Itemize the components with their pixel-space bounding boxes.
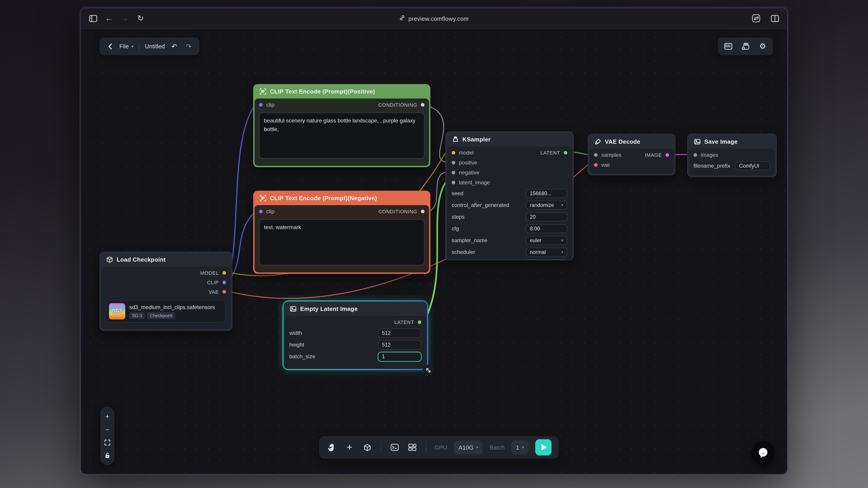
settings-gear-icon[interactable]: ⚙ — [758, 41, 768, 51]
negative-input-port[interactable] — [452, 171, 455, 174]
node-save-image[interactable]: Save Image images filename_prefix ComfyU… — [687, 134, 777, 177]
port-label: vae — [601, 162, 610, 168]
checkpoint-selector[interactable]: SD3 sd3_medium_incl_clips.safetensors SD… — [106, 300, 226, 323]
lock-icon[interactable] — [104, 452, 111, 459]
param-label: batch_size — [289, 353, 315, 360]
port-label: positive — [459, 160, 477, 166]
conditioning-output-port[interactable] — [421, 210, 425, 213]
sampler-name-select[interactable]: euler ▾ — [526, 236, 567, 245]
address-bar[interactable]: preview.comflowy.com — [81, 8, 787, 29]
run-button[interactable] — [535, 439, 552, 455]
node-canvas[interactable]: CLIP Text Encode (Prompt)(Positive) clip… — [81, 29, 786, 474]
divider — [139, 42, 140, 51]
node-empty-latent-image[interactable]: Empty Latent Image LATENT width 512 — [283, 301, 427, 369]
page-settings-icon[interactable] — [750, 12, 762, 24]
node-clip-text-encode-positive[interactable]: CLIP Text Encode (Prompt)(Positive) clip… — [253, 84, 430, 167]
reload-icon[interactable]: ↻ — [135, 12, 147, 24]
batch-select[interactable]: 1 ▾ — [511, 441, 528, 454]
undo-icon[interactable]: ↶ — [169, 41, 179, 51]
model-input-port[interactable] — [452, 151, 455, 155]
port-label: CONDITIONING — [378, 209, 417, 214]
width-input[interactable]: 512 — [378, 328, 421, 338]
back-icon[interactable]: ← — [103, 12, 115, 24]
document-title[interactable]: Untitled — [145, 43, 165, 50]
file-menu[interactable]: File — [119, 43, 129, 50]
scheduler-select[interactable]: normal ▾ — [526, 248, 567, 257]
steps-input[interactable]: 20 — [526, 213, 567, 221]
node-header[interactable]: Load Checkpoint — [101, 252, 230, 267]
negative-prompt-textarea[interactable]: text, watermark — [259, 219, 425, 265]
node-load-checkpoint[interactable]: Load Checkpoint MODEL CLIP VAE — [99, 252, 232, 331]
terminal-icon[interactable] — [389, 442, 400, 453]
chevron-down-icon: ▾ — [476, 445, 478, 450]
vae-input-port[interactable] — [594, 163, 598, 167]
run-queue-icon[interactable] — [741, 41, 750, 51]
node-header[interactable]: CLIP Text Encode (Prompt)(Negative) — [254, 191, 429, 205]
sidebar-toggle-icon[interactable] — [87, 12, 99, 24]
url-text: preview.comflowy.com — [408, 15, 469, 22]
batch-label: Batch — [490, 444, 505, 451]
port-label: images — [701, 152, 718, 158]
tag-sd3: SD 3 — [129, 312, 145, 319]
gpu-select[interactable]: A10G ▾ — [454, 441, 483, 454]
divider — [426, 442, 426, 453]
scan-text-icon — [259, 88, 266, 95]
chat-widget-button[interactable] — [751, 441, 775, 464]
control-after-generated-select[interactable]: randomize ▾ — [526, 201, 567, 210]
divider — [381, 442, 381, 453]
node-header[interactable]: CLIP Text Encode (Prompt)(Positive) — [254, 84, 429, 98]
clip-input-port[interactable] — [259, 103, 263, 107]
height-input[interactable]: 512 — [378, 340, 421, 350]
zoom-out-icon[interactable]: − — [104, 426, 111, 433]
sampler-icon — [452, 135, 459, 143]
param-label: filename_prefix — [693, 163, 730, 169]
redo-icon[interactable]: ↷ — [184, 41, 194, 51]
node-header[interactable]: Save Image — [689, 134, 775, 149]
node-header[interactable]: Empty Latent Image — [285, 301, 426, 316]
samples-input-port[interactable] — [594, 153, 598, 157]
node-list-icon[interactable] — [723, 41, 733, 51]
clip-output-port[interactable] — [222, 281, 226, 284]
model-cube-icon[interactable] — [362, 442, 373, 453]
conditioning-output-port[interactable] — [421, 103, 425, 107]
fit-view-icon[interactable] — [104, 439, 111, 446]
param-label: height — [289, 341, 304, 348]
wire-latent-to-samples — [573, 152, 588, 155]
wire-layer — [81, 29, 786, 474]
resize-handle-icon[interactable] — [423, 365, 434, 376]
node-header[interactable]: KSampler — [447, 132, 572, 147]
batch-size-input[interactable]: 1 — [378, 352, 421, 361]
checkpoint-filename: sd3_medium_incl_clips.safetensors — [129, 304, 215, 310]
split-view-icon[interactable] — [769, 12, 781, 24]
seed-input[interactable]: 156680... — [526, 189, 567, 198]
denoise-input[interactable]: 1.00 — [526, 259, 567, 260]
node-vae-decode[interactable]: VAE Decode samples IMAGE vae — [588, 134, 675, 175]
vae-output-port[interactable] — [222, 290, 226, 293]
node-header[interactable]: VAE Decode — [590, 134, 674, 149]
latent-image-input-port[interactable] — [452, 181, 455, 184]
model-output-port[interactable] — [222, 271, 226, 274]
tag-checkpoint: Checkpoint — [147, 312, 175, 319]
filename-prefix-input[interactable]: ComfyUI — [735, 161, 770, 170]
param-label: seed — [452, 190, 463, 197]
node-clip-text-encode-negative[interactable]: CLIP Text Encode (Prompt)(Negative) clip… — [253, 191, 430, 274]
node-ksampler[interactable]: KSampler model LATENT positive — [445, 131, 574, 260]
clip-input-port[interactable] — [259, 210, 263, 213]
images-input-port[interactable] — [693, 153, 697, 157]
latent-output-port[interactable] — [418, 320, 421, 324]
layout-panels-icon[interactable] — [407, 442, 418, 453]
browser-window: ← → ↻ preview.comflowy.com — [81, 8, 787, 475]
add-node-icon[interactable]: + — [344, 442, 355, 453]
port-label: model — [459, 150, 473, 156]
pan-hand-icon[interactable] — [327, 442, 337, 453]
positive-input-port[interactable] — [452, 161, 455, 164]
node-empty-latent-image-selection: Empty Latent Image LATENT width 512 — [283, 300, 428, 370]
latent-output-port[interactable] — [564, 151, 567, 155]
positive-prompt-textarea[interactable]: beautiful scenery nature glass bottle la… — [259, 112, 425, 159]
port-label: LATENT — [394, 320, 414, 325]
zoom-in-icon[interactable]: + — [104, 413, 111, 420]
image-output-port[interactable] — [665, 153, 669, 157]
forward-icon[interactable]: → — [119, 12, 131, 24]
cfg-input[interactable]: 8.00 — [526, 224, 567, 233]
back-chevron-icon[interactable] — [105, 41, 115, 51]
